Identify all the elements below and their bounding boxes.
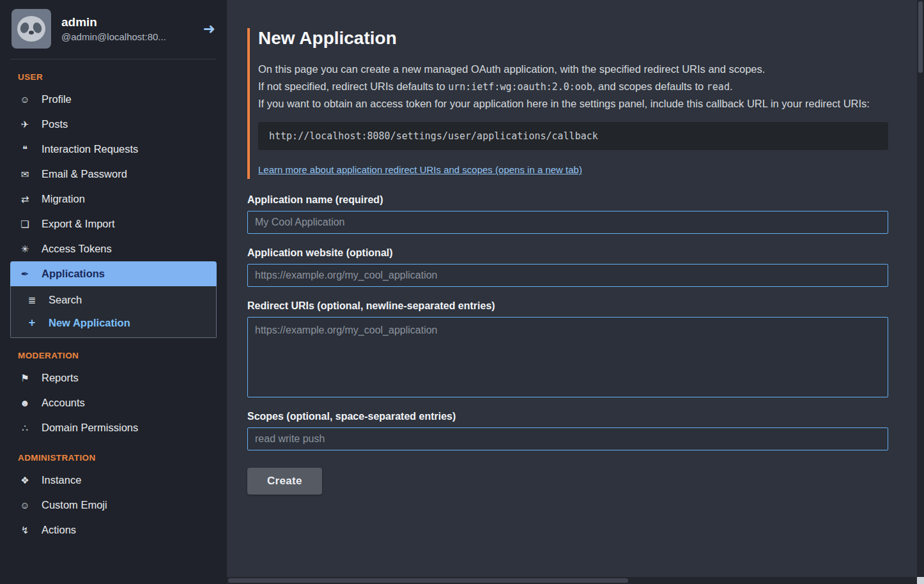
sidebar-item-label: Reports [42,372,79,384]
bolt-icon: ↯ [18,525,32,536]
scopes-input[interactable] [247,427,888,450]
sidebar-item-profile[interactable]: ☺ Profile [10,87,217,112]
sidebar-item-label: Domain Permissions [42,422,138,434]
form-group-scopes: Scopes (optional, space-separated entrie… [247,411,888,450]
application-website-input[interactable] [247,264,888,287]
inline-code-oob: urn:ietf:wg:oauth:2.0:oob [448,81,592,93]
new-application-form: Application name (required) Application … [247,194,888,495]
horizontal-scrollbar-thumb[interactable] [228,578,628,583]
sitemap-icon: ❖ [18,475,32,486]
intro-block: New Application On this page you can cre… [247,28,888,179]
intro-line-2: If not specified, redirect URIs defaults… [258,79,888,95]
sidebar-item-accounts[interactable]: ☻ Accounts [10,390,217,415]
users-icon: ☻ [18,397,32,408]
sidebar-item-custom-emoji[interactable]: ☺ Custom Emoji [10,493,217,518]
form-group-website: Application website (optional) [247,247,888,287]
learn-more-link[interactable]: Learn more about application redirect UR… [258,164,582,175]
sidebar-item-email-password[interactable]: ✉ Email & Password [10,162,217,187]
sidebar-item-reports[interactable]: ⚑ Reports [10,365,217,390]
sidebar-item-label: Export & Import [42,218,115,230]
sidebar-item-label: Accounts [42,397,85,409]
user-card: admin @admin@localhost:80... ➜ [10,0,217,59]
scopes-label: Scopes (optional, space-separated entrie… [247,411,888,422]
vertical-scrollbar-thumb[interactable] [918,1,923,73]
horizontal-scrollbar[interactable] [227,577,917,584]
submenu-item-label: Search [49,294,82,306]
plus-icon: + [25,316,39,330]
form-group-name: Application name (required) [247,194,888,234]
sidebar-item-label: Access Tokens [42,243,112,255]
sidebar-item-label: Posts [42,118,68,130]
sidebar-item-label: Custom Emoji [42,499,107,511]
envelope-icon: ✉ [18,169,32,180]
vertical-scrollbar[interactable] [917,0,924,577]
avatar [12,9,51,49]
section-header-user: USER [18,72,209,82]
intro-line-3: If you want to obtain an access token fo… [258,96,888,112]
sidebar-item-label: Instance [42,474,81,486]
intro-line-1: On this page you can create a new manage… [258,61,888,77]
scrollbar-corner [917,577,924,584]
submenu-item-new-application[interactable]: + New Application [11,311,216,335]
settings-app: admin @admin@localhost:80... ➜ USER ☺ Pr… [0,0,924,584]
file-export-icon: ❏ [18,219,32,230]
section-header-moderation: MODERATION [18,351,209,360]
section-header-administration: ADMINISTRATION [18,453,209,463]
inline-code-read: read [707,81,730,93]
sidebar-item-actions[interactable]: ↯ Actions [10,518,217,542]
sidebar-item-domain-permissions[interactable]: ∴ Domain Permissions [10,415,217,440]
sidebar-item-posts[interactable]: ✈ Posts [10,112,217,137]
token-asterisk-icon: ✳ [18,243,32,255]
sidebar-item-label: Actions [42,524,76,536]
redirect-uris-label: Redirect URIs (optional, newline-separat… [247,300,888,312]
create-button[interactable]: Create [247,468,322,495]
callback-url-codeblock: http://localhost:8080/settings/user/appl… [258,122,888,150]
main-content: New Application On this page you can cre… [227,0,924,584]
sidebar-item-access-tokens[interactable]: ✳ Access Tokens [10,236,217,261]
sidebar-item-applications[interactable]: ✒ Applications [10,261,217,286]
paper-plane-icon: ✈ [18,119,32,130]
logout-icon[interactable]: ➜ [203,20,215,38]
speech-bubble-icon: ❝ [18,144,32,155]
application-website-label: Application website (optional) [247,247,888,259]
submenu-item-label: New Application [49,317,130,329]
submenu-item-search[interactable]: ≣ Search [11,289,216,311]
sidebar-item-migration[interactable]: ⇄ Migration [10,187,217,211]
page-title: New Application [258,28,888,49]
list-search-icon: ≣ [25,295,39,306]
sidebar-item-instance[interactable]: ❖ Instance [10,468,217,493]
redirect-uris-textarea[interactable] [247,317,888,397]
user-handle: @admin@localhost:80... [61,31,166,42]
arrows-swap-icon: ⇄ [18,194,32,205]
sidebar-item-label: Migration [42,193,85,205]
sidebar-item-label: Applications [42,268,105,280]
sidebar-item-interaction-requests[interactable]: ❝ Interaction Requests [10,137,217,162]
network-nodes-icon: ∴ [18,422,32,434]
feather-icon: ✒ [18,268,32,280]
sidebar-item-label: Profile [42,93,72,105]
flag-icon: ⚑ [18,373,32,384]
sidebar-item-label: Interaction Requests [42,143,138,155]
sidebar-item-label: Email & Password [42,168,127,180]
smiley-icon: ☺ [18,500,32,511]
profile-icon: ☺ [18,94,32,105]
user-name: admin [61,15,166,29]
avatar-nose [29,31,34,35]
form-group-redirect-uris: Redirect URIs (optional, newline-separat… [247,300,888,397]
user-meta: admin @admin@localhost:80... [61,15,166,42]
application-name-label: Application name (required) [247,194,888,206]
sidebar-item-export-import[interactable]: ❏ Export & Import [10,211,217,236]
application-name-input[interactable] [247,211,888,234]
applications-submenu: ≣ Search + New Application [10,286,217,338]
sidebar: admin @admin@localhost:80... ➜ USER ☺ Pr… [0,0,227,584]
